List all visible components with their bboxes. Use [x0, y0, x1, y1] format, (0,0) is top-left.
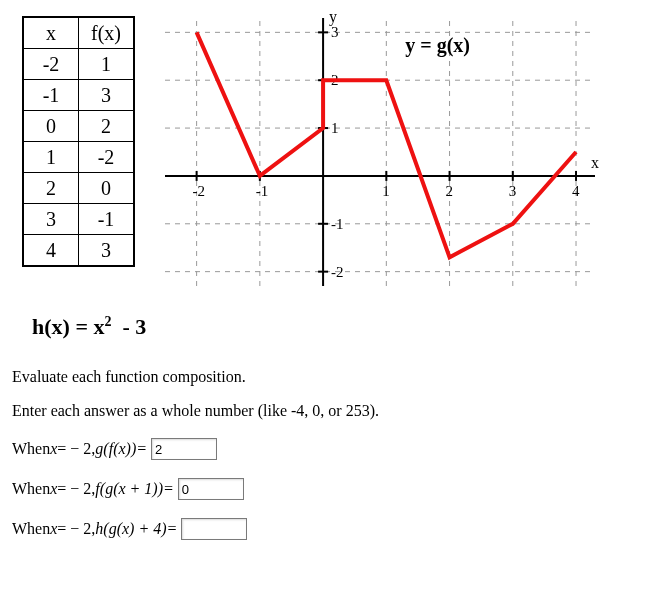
q1-eq: = − 2, [57, 440, 95, 458]
cell-x: -2 [23, 49, 79, 80]
q3-prefix: When [12, 520, 50, 538]
q2-expr: f(g(x + 1))= [95, 480, 173, 498]
svg-text:-2: -2 [193, 183, 206, 199]
q2-prefix: When [12, 480, 50, 498]
q1-var: x [50, 440, 57, 458]
q3-var: x [50, 520, 57, 538]
q3-expr: h(g(x) + 4)= [95, 520, 177, 538]
svg-text:2: 2 [446, 183, 454, 199]
f-table-header-fx: f(x) [79, 17, 135, 49]
cell-fx: 3 [79, 80, 135, 111]
table-row: -21 [23, 49, 134, 80]
cell-fx: 0 [79, 173, 135, 204]
svg-text:1: 1 [331, 120, 339, 136]
svg-text:y: y [329, 12, 337, 26]
svg-text:x: x [591, 154, 599, 171]
cell-x: 1 [23, 142, 79, 173]
table-row: 43 [23, 235, 134, 267]
svg-text:-1: -1 [331, 216, 344, 232]
cell-x: 0 [23, 111, 79, 142]
instructions-line-2: Enter each answer as a whole number (lik… [12, 402, 648, 420]
cell-x: 4 [23, 235, 79, 267]
svg-text:4: 4 [572, 183, 580, 199]
answer-input-1[interactable] [151, 438, 217, 460]
chart-wrap: -2-11234-2-1123yxy = g(x) [155, 12, 615, 296]
svg-text:3: 3 [509, 183, 517, 199]
cell-fx: 1 [79, 49, 135, 80]
table-row: 20 [23, 173, 134, 204]
cell-fx: 3 [79, 235, 135, 267]
table-row: 02 [23, 111, 134, 142]
svg-text:1: 1 [382, 183, 390, 199]
f-table-header-x: x [23, 17, 79, 49]
q3-eq: = − 2, [57, 520, 95, 538]
answer-input-2[interactable] [178, 478, 244, 500]
h-equation: h(x) = x2 - 3 [32, 314, 648, 340]
instructions-line-1: Evaluate each function composition. [12, 368, 648, 386]
cell-fx: -1 [79, 204, 135, 235]
question-row-2: When x = − 2, f(g(x + 1))= [12, 478, 648, 500]
question-row-1: When x = − 2, g(f(x))= [12, 438, 648, 460]
cell-fx: -2 [79, 142, 135, 173]
q2-var: x [50, 480, 57, 498]
chart-g-of-x: -2-11234-2-1123yxy = g(x) [155, 12, 615, 292]
svg-text:-2: -2 [331, 264, 344, 280]
svg-text:-1: -1 [256, 183, 269, 199]
answer-input-3[interactable] [181, 518, 247, 540]
q2-eq: = − 2, [57, 480, 95, 498]
q1-prefix: When [12, 440, 50, 458]
cell-x: 3 [23, 204, 79, 235]
cell-fx: 2 [79, 111, 135, 142]
table-row: 1-2 [23, 142, 134, 173]
cell-x: 2 [23, 173, 79, 204]
question-row-3: When x = − 2, h(g(x) + 4)= [12, 518, 648, 540]
svg-text:y = g(x): y = g(x) [405, 34, 470, 57]
svg-text:3: 3 [331, 24, 339, 40]
table-row: -13 [23, 80, 134, 111]
f-table: x f(x) -21 -13 02 1-2 20 3-1 43 [22, 16, 135, 267]
table-row: 3-1 [23, 204, 134, 235]
cell-x: -1 [23, 80, 79, 111]
q1-expr: g(f(x))= [95, 440, 147, 458]
page-root: x f(x) -21 -13 02 1-2 20 3-1 43 -2-11234… [0, 0, 648, 607]
top-row: x f(x) -21 -13 02 1-2 20 3-1 43 -2-11234… [0, 0, 648, 296]
